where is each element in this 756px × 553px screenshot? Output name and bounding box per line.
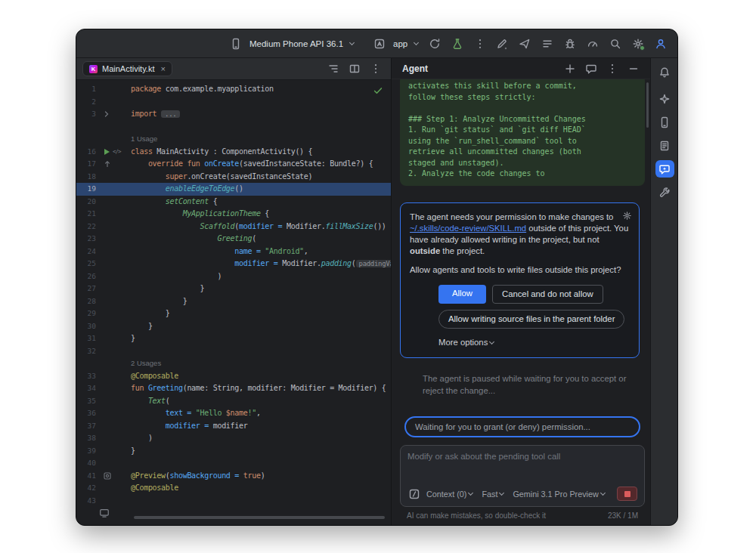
override-gutter-icon[interactable] [104, 160, 111, 168]
waiting-permission-input[interactable] [409, 422, 636, 431]
code-line[interactable]: 20 setContent { [76, 196, 391, 209]
code-line[interactable]: 17 override fun onCreate(savedInstanceSt… [76, 158, 391, 171]
code-line[interactable]: 34fun Greeting(name: String, modifier: M… [76, 382, 391, 395]
code-line[interactable]: 42@Composable [76, 482, 391, 495]
permission-text: the project. [440, 246, 485, 255]
speed-selector[interactable]: Fast [479, 488, 507, 500]
kebab-icon[interactable] [367, 60, 385, 78]
chat-scrollbar[interactable] [646, 82, 649, 128]
code-text: modifier = Modifier.padding(paddingValue… [131, 258, 391, 270]
code-line[interactable]: 25 modifier = Modifier.padding(paddingVa… [76, 258, 391, 270]
commands-icon[interactable] [407, 487, 421, 501]
plus-icon[interactable] [561, 60, 579, 78]
code-line[interactable]: 18 super.onCreate(savedInstanceState) [76, 171, 391, 184]
bug-icon[interactable] [561, 35, 579, 53]
model-selector[interactable]: Gemini 3.1 Pro Preview [510, 488, 608, 500]
gear-icon[interactable] [622, 211, 632, 224]
send-plane-icon[interactable] [516, 35, 534, 53]
flask-icon[interactable] [448, 35, 466, 53]
tab-mainactivity[interactable]: K MainActivity.kt × [82, 61, 172, 76]
inspection-check-icon[interactable] [373, 85, 383, 99]
sync-icon[interactable] [426, 35, 444, 53]
code-line[interactable]: 29 } [76, 307, 391, 320]
search-icon[interactable] [606, 35, 624, 53]
code-line[interactable]: 40 [76, 457, 391, 470]
sparkle-tool-icon[interactable] [655, 90, 674, 107]
profiler-icon[interactable] [584, 35, 602, 53]
doc-list-tool-icon[interactable] [655, 137, 674, 154]
gemini-pencil-icon[interactable] [493, 35, 511, 53]
code-line[interactable]: 2 [76, 96, 391, 109]
structure-icon[interactable] [324, 60, 342, 78]
permission-request-card: The agent needs your permission to make … [400, 202, 640, 359]
code-line[interactable]: 1 Usage [76, 133, 391, 146]
code-line[interactable]: 30 } [76, 320, 391, 333]
code-editor[interactable]: 1package com.example.myapplication23impo… [76, 80, 391, 525]
bell-tool-icon[interactable] [655, 63, 674, 81]
code-text: } [131, 283, 391, 295]
code-line[interactable]: 3import ... [76, 108, 391, 121]
waiting-permission-field[interactable] [404, 416, 640, 437]
chat-bubble-icon[interactable] [582, 60, 600, 78]
skill-file-link[interactable]: ~/.skills/code-review/SKILL.md [410, 224, 526, 233]
kebab-icon[interactable] [603, 60, 621, 78]
code-line[interactable]: 31} [76, 332, 391, 345]
code-line[interactable]: 37 modifier = modifier [76, 420, 391, 433]
line-number: 43 [76, 495, 98, 508]
code-line[interactable]: 41@Preview(showBackground = true) [76, 470, 391, 483]
more-options-button[interactable]: More options [438, 337, 630, 348]
agent-chat-tool-icon[interactable] [655, 160, 674, 178]
code-line[interactable]: 16</>class MainActivity : ComponentActiv… [76, 146, 391, 159]
cancel-button[interactable]: Cancel and do not allow [492, 285, 603, 304]
preview-gutter-icon[interactable] [104, 472, 111, 480]
code-line[interactable]: 2 Usages [76, 357, 391, 370]
composer-input[interactable] [407, 452, 637, 461]
code-line[interactable]: 39} [76, 445, 391, 458]
split-editor-icon[interactable] [345, 60, 364, 78]
agent-chat-area[interactable]: activates this skill before a commit, fo… [392, 79, 650, 410]
code-line[interactable]: 43 [76, 495, 391, 508]
code-text: fun Greeting(name: String, modifier: Mod… [131, 382, 391, 395]
code-line[interactable]: 28 } [76, 295, 391, 308]
run-gutter-icon[interactable] [104, 148, 110, 156]
code-line[interactable]: 24 name = "Android", [76, 246, 391, 258]
usage-hint[interactable]: 2 Usages [131, 359, 161, 367]
code-line[interactable]: 27 } [76, 283, 391, 295]
horizontal-scrollbar[interactable] [134, 516, 385, 519]
task-list-icon[interactable] [538, 35, 556, 53]
code-line[interactable] [76, 121, 391, 134]
code-text: modifier = modifier [131, 420, 391, 433]
run-configuration-selector[interactable]: app [367, 32, 423, 55]
agent-composer[interactable]: Context (0) Fast Gemini 3.1 Pro Preview [400, 445, 645, 507]
toolbar-right-actions [493, 35, 670, 53]
code-text: super.onCreate(savedInstanceState) [131, 171, 391, 184]
code-line[interactable]: 22 Scaffold(modifier = Modifier.fillMaxS… [76, 221, 391, 233]
device-selector[interactable]: Medium Phone API 36.1 [224, 32, 358, 55]
code-line[interactable]: 26 ) [76, 270, 391, 283]
code-line[interactable]: 38 ) [76, 432, 391, 445]
stop-button[interactable] [617, 487, 637, 501]
allow-parent-folder-button[interactable]: Allow writing source files in the parent… [438, 310, 624, 329]
code-line[interactable]: 23 Greeting( [76, 233, 391, 246]
close-icon[interactable]: × [160, 65, 165, 73]
usage-hint[interactable]: 1 Usage [131, 134, 157, 143]
device-phone-tool-icon[interactable] [655, 113, 674, 131]
wrench-tool-icon[interactable] [655, 184, 674, 201]
code-line[interactable]: 32 [76, 345, 391, 358]
allow-button[interactable]: Allow [438, 285, 486, 304]
account-icon[interactable] [652, 35, 670, 53]
code-line[interactable]: 21 MyApplicationTheme { [76, 208, 391, 221]
code-line[interactable]: 1package com.example.myapplication [76, 83, 391, 96]
code-line[interactable]: 19 enableEdgeToEdge() [76, 183, 391, 196]
code-line[interactable]: 33@Composable [76, 370, 391, 383]
context-selector[interactable]: Context (0) [424, 488, 476, 500]
kebab-icon[interactable] [471, 35, 489, 53]
chevron-down-icon [499, 490, 504, 495]
code-line[interactable]: 36 text = "Hello $name!", [76, 407, 391, 420]
codetag-gutter-icon[interactable]: </> [113, 146, 121, 159]
minimize-icon[interactable] [624, 60, 643, 78]
code-line[interactable]: 35 Text( [76, 395, 391, 408]
fold-gutter-icon[interactable] [104, 111, 110, 117]
running-devices-icon[interactable] [99, 507, 110, 521]
settings-gear-icon[interactable] [629, 35, 647, 53]
